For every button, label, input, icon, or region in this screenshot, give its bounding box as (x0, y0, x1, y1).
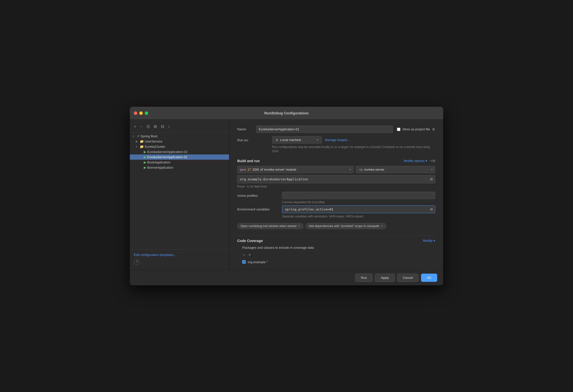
save-config-button[interactable]: ⊞ (153, 124, 158, 129)
build-run-title: Build and run (237, 159, 260, 163)
sort-config-button[interactable]: ↕ (167, 124, 171, 129)
env-right: ⊞ Separate variables with semicolon: VAR… (282, 205, 435, 218)
option-key-icon: ⌥ (246, 185, 249, 188)
active-profiles-label: Active profiles: (237, 194, 282, 197)
user-service-label: UserService (145, 140, 162, 143)
sidebar-footer: Edit configuration templates... ? (130, 249, 229, 268)
run-button[interactable]: Run (355, 274, 373, 282)
manage-targets-link[interactable]: Manage targets... (325, 138, 350, 142)
tag-open-run-debug: Open run/debug tool window when started … (237, 223, 303, 229)
cp-flag: -cp (358, 168, 363, 171)
chevron-down-icon-modify: ▾ (426, 159, 427, 163)
window-title: Run/Debug Configurations (264, 111, 309, 115)
spring-boot-label: Spring Boot (141, 134, 157, 138)
sidebar-toolbar: + − ⊡ ⊞ ⊟ ↕ (130, 122, 229, 133)
name-input[interactable] (256, 126, 393, 133)
main-class-row: ⊞ (237, 175, 435, 183)
add-config-button[interactable]: + (133, 124, 137, 129)
sidebar-item-book-application[interactable]: ▶ BookApplication (130, 160, 229, 165)
coverage-add-button[interactable]: + (248, 252, 252, 258)
bottom-bar: Run Apply Cancel OK (130, 270, 443, 285)
tag-add-dependencies: Add dependencies with "provided" scope t… (305, 223, 386, 229)
coverage-item-checkbox[interactable] (242, 260, 246, 264)
modify-shortcut: ⌥M (429, 159, 435, 163)
tag-open-run-debug-label: Open run/debug tool window when started (240, 224, 296, 228)
cancel-button[interactable]: Cancel (397, 274, 419, 282)
java-sdk-dropdown[interactable]: java 17 SDK of 'eureka-server' module ▾ (237, 166, 354, 173)
chevron-down-icon-cp: ▾ (431, 168, 432, 171)
expand-icon[interactable]: ⊞ (428, 176, 435, 182)
eureka-server-01-label: EurekaServerApplication-01 (147, 155, 188, 159)
run-icon-book: ▶ (144, 160, 146, 164)
edit-templates-link[interactable]: Edit configuration templates... (134, 253, 176, 257)
sidebar: + − ⊡ ⊞ ⊟ ↕ ▾ ↺ Spring Boot ▶ 📁 UserServ (130, 120, 229, 270)
folder-config-button[interactable]: ⊟ (160, 124, 165, 129)
run-on-select[interactable]: 🖥 Local machine ▼ (272, 136, 322, 144)
eureka-cluster-label: EurekaCluster (145, 145, 165, 148)
chevron-down-icon-java: ▾ (350, 168, 351, 171)
sidebar-item-eureka-server-02[interactable]: ▶ EurekaServerApplication-02 (130, 149, 229, 154)
tag-add-dependencies-label: Add dependencies with "provided" scope t… (309, 224, 380, 228)
main-content: + − ⊡ ⊞ ⊟ ↕ ▾ ↺ Spring Boot ▶ 📁 UserServ (130, 120, 443, 270)
run-on-select-row: 🖥 Local machine ▼ Manage targets... (272, 136, 435, 144)
folder-icon-eureka-cluster: 📁 (140, 145, 144, 148)
sidebar-item-borrow-application[interactable]: ▶ BorrowApplication (130, 165, 229, 170)
configuration-tree: ▾ ↺ Spring Boot ▶ 📁 UserService ▾ 📁 Eure… (130, 133, 229, 249)
ok-button[interactable]: OK (421, 274, 437, 282)
env-expand-icon[interactable]: ⊞ (428, 206, 435, 212)
code-coverage-header: Code Coverage Modify ▾ (237, 239, 435, 243)
close-button[interactable] (134, 111, 137, 115)
coverage-remove-button[interactable]: − (242, 252, 246, 258)
apply-button[interactable]: Apply (375, 274, 395, 282)
name-row: Name: Store as project file ⚙ (237, 126, 435, 133)
run-on-hint: Run configurations may be executed local… (272, 145, 435, 153)
store-project-row: Store as project file ⚙ (397, 127, 435, 131)
sidebar-item-eureka-server-01[interactable]: ▶ EurekaServerApplication-01 (130, 154, 229, 160)
main-class-input[interactable] (238, 175, 428, 183)
run-debug-configurations-window: Run/Debug Configurations + − ⊡ ⊞ ⊟ ↕ ▾ ↺… (130, 107, 443, 285)
env-input-row: ⊞ (282, 205, 435, 213)
code-coverage-title: Code Coverage (237, 239, 263, 243)
active-profiles-row: Active profiles: Comma separated list of… (237, 192, 435, 204)
coverage-modify-button[interactable]: Modify ▾ (423, 239, 435, 243)
folder-icon-user-service: 📁 (140, 140, 144, 143)
tag-open-run-debug-close[interactable]: ✕ (298, 224, 300, 228)
coverage-controls: − + (242, 252, 435, 258)
minimize-button[interactable] (139, 111, 143, 115)
copy-config-button[interactable]: ⊡ (145, 124, 151, 129)
run-icon-borrow: ▶ (144, 166, 146, 169)
java-version: 17 (247, 168, 251, 171)
profiles-hint: Comma separated list of profiles (282, 200, 435, 204)
coverage-item: org.example.* (242, 260, 435, 264)
help-button[interactable]: ? (134, 259, 140, 265)
tag-add-dependencies-close[interactable]: ✕ (381, 224, 383, 228)
modify-options-button[interactable]: Modify options ▾ (404, 159, 427, 163)
sidebar-item-user-service[interactable]: ▶ 📁 UserService (130, 139, 229, 144)
maximize-button[interactable] (145, 111, 148, 115)
gear-icon[interactable]: ⚙ (432, 127, 435, 131)
java-keyword: java (240, 168, 246, 171)
store-project-checkbox[interactable] (397, 128, 400, 131)
store-project-label: Store as project file (402, 127, 430, 131)
sidebar-item-spring-boot[interactable]: ▾ ↺ Spring Boot (130, 134, 229, 139)
env-variables-label: Environment variables: (237, 207, 282, 211)
remove-config-button[interactable]: − (139, 124, 143, 129)
env-variables-input[interactable] (282, 206, 428, 213)
modify-options-area: Modify options ▾ ⌥M (404, 159, 435, 163)
local-machine-icon: 🖥 (275, 138, 278, 142)
run-on-row: Run on: 🖥 Local machine ▼ Manage targets… (237, 136, 435, 153)
field-hints-text: Press ⌥ for field hints (237, 185, 435, 188)
book-application-label: BookApplication (147, 160, 170, 164)
cp-dropdown[interactable]: -cp eureka-server ▾ (356, 166, 435, 173)
sidebar-item-eureka-cluster[interactable]: ▾ 📁 EurekaCluster (130, 144, 229, 149)
modify-options-label: Modify options (404, 159, 425, 163)
profiles-right: Comma separated list of profiles (282, 192, 435, 204)
chevron-down-icon: ▼ (316, 139, 319, 141)
eureka-server-02-label: EurekaServerApplication-02 (147, 150, 188, 154)
active-profiles-input[interactable] (282, 192, 435, 199)
coverage-modify-label: Modify (423, 239, 432, 243)
build-run-grid: java 17 SDK of 'eureka-server' module ▾ … (237, 166, 435, 173)
tags-row: Open run/debug tool window when started … (237, 223, 435, 229)
env-hint: Separate variables with semicolon: VAR=v… (282, 215, 435, 218)
borrow-application-label: BorrowApplication (147, 166, 173, 169)
